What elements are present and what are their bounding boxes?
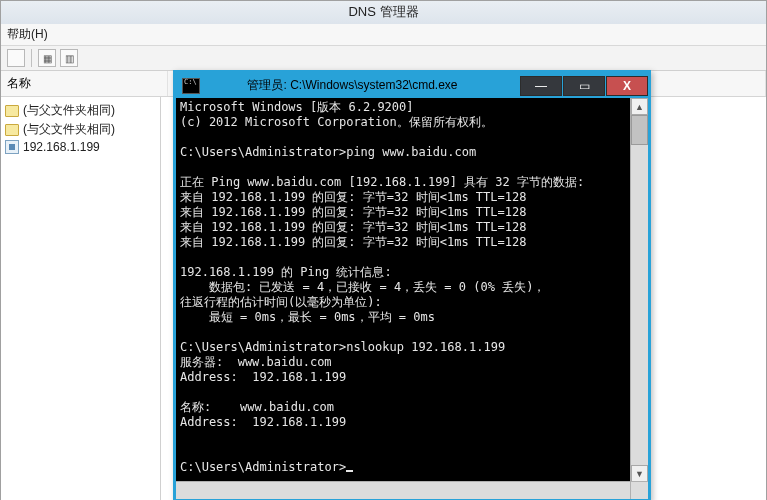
cmd-title: 管理员: C:\Windows\system32\cmd.exe [186, 77, 519, 94]
cmd-line: 最短 = 0ms，最长 = 0ms，平均 = 0ms [180, 310, 435, 324]
window-controls: — ▭ X [519, 76, 648, 96]
column-name[interactable]: 名称 [1, 71, 168, 96]
cmd-line: 名称: www.baidu.com [180, 400, 334, 414]
cmd-line: 来自 192.168.1.199 的回复: 字节=32 时间<1ms TTL=1… [180, 235, 526, 249]
menu-help[interactable]: 帮助(H) [7, 27, 48, 41]
cmd-window: 管理员: C:\Windows\system32\cmd.exe — ▭ X M… [173, 70, 651, 500]
scrollbar-corner [630, 481, 648, 499]
record-icon [5, 140, 19, 154]
tree-label: 192.168.1.199 [23, 140, 100, 154]
cmd-line: 数据包: 已发送 = 4，已接收 = 4，丢失 = 0 (0% 丢失)， [180, 280, 545, 294]
tree-row[interactable]: (与父文件夹相同) [3, 120, 158, 139]
cmd-line: 来自 192.168.1.199 的回复: 字节=32 时间<1ms TTL=1… [180, 220, 526, 234]
toolbar-btn-1[interactable] [7, 49, 25, 67]
cmd-line: Microsoft Windows [版本 6.2.9200] [180, 100, 414, 114]
dns-tree: (与父文件夹相同) (与父文件夹相同) 192.168.1.199 [1, 97, 160, 159]
cmd-titlebar[interactable]: 管理员: C:\Windows\system32\cmd.exe — ▭ X [176, 73, 648, 98]
toolbar-btn-2[interactable]: ▦ [38, 49, 56, 67]
dns-tree-panel: (与父文件夹相同) (与父文件夹相同) 192.168.1.199 [1, 97, 161, 500]
scroll-down-icon[interactable]: ▼ [631, 465, 648, 482]
cmd-output[interactable]: Microsoft Windows [版本 6.2.9200] (c) 2012… [176, 98, 648, 499]
cmd-line: C:\Users\Administrator>nslookup 192.168.… [180, 340, 505, 354]
toolbar-btn-3[interactable]: ▥ [60, 49, 78, 67]
cmd-line: 正在 Ping www.baidu.com [192.168.1.199] 具有… [180, 175, 584, 189]
scroll-thumb[interactable] [631, 115, 648, 145]
maximize-button[interactable]: ▭ [563, 76, 605, 96]
close-button[interactable]: X [606, 76, 648, 96]
horizontal-scrollbar[interactable] [176, 481, 631, 499]
dns-toolbar: ▦ ▥ [1, 46, 766, 71]
cmd-prompt: C:\Users\Administrator> [180, 460, 346, 474]
tree-row[interactable]: 192.168.1.199 [3, 139, 158, 155]
cmd-line: Address: 192.168.1.199 [180, 370, 346, 384]
tree-row[interactable]: (与父文件夹相同) [3, 101, 158, 120]
dns-titlebar[interactable]: DNS 管理器 [1, 1, 766, 24]
cmd-line: C:\Users\Administrator>ping www.baidu.co… [180, 145, 476, 159]
cmd-line: 来自 192.168.1.199 的回复: 字节=32 时间<1ms TTL=1… [180, 190, 526, 204]
cmd-line: 来自 192.168.1.199 的回复: 字节=32 时间<1ms TTL=1… [180, 205, 526, 219]
minimize-button[interactable]: — [520, 76, 562, 96]
cursor-icon [346, 470, 353, 472]
dns-menubar: 帮助(H) [1, 24, 766, 46]
cmd-line: (c) 2012 Microsoft Corporation。保留所有权利。 [180, 115, 493, 129]
folder-icon [5, 124, 19, 136]
vertical-scrollbar[interactable]: ▲ ▼ [630, 98, 648, 482]
cmd-line: 往返行程的估计时间(以毫秒为单位): [180, 295, 382, 309]
tree-label: (与父文件夹相同) [23, 102, 115, 119]
cmd-line: 服务器: www.baidu.com [180, 355, 332, 369]
toolbar-separator [31, 49, 32, 67]
cmd-line: 192.168.1.199 的 Ping 统计信息: [180, 265, 392, 279]
cmd-line: Address: 192.168.1.199 [180, 415, 346, 429]
tree-label: (与父文件夹相同) [23, 121, 115, 138]
folder-icon [5, 105, 19, 117]
scroll-up-icon[interactable]: ▲ [631, 98, 648, 115]
cmd-client-area: Microsoft Windows [版本 6.2.9200] (c) 2012… [176, 98, 648, 499]
cmd-icon [182, 78, 200, 94]
